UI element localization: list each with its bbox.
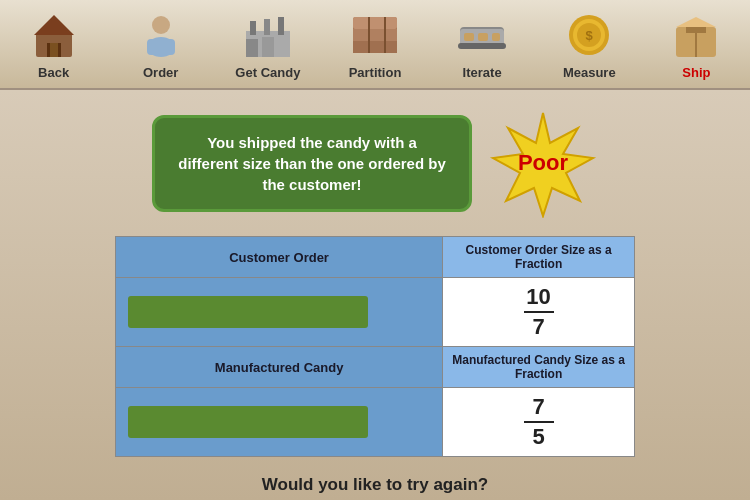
nav-get-candy-label: Get Candy	[235, 65, 300, 80]
svg-rect-12	[264, 19, 270, 35]
table-row-manufactured-candy-bar: 7 5	[116, 388, 635, 457]
manufactured-candy-label: Manufactured Candy	[116, 347, 443, 388]
table-row-manufactured-candy: Manufactured Candy Manufactured Candy Si…	[116, 347, 635, 388]
table-row-customer-order-bar: 10 7	[116, 278, 635, 347]
customer-order-fraction-line	[524, 311, 554, 313]
customer-order-denominator: 7	[532, 316, 544, 338]
poor-text: Poor	[518, 150, 568, 176]
svg-rect-24	[492, 33, 500, 41]
manufactured-candy-fraction: 7 5	[443, 388, 635, 457]
svg-rect-6	[147, 39, 175, 55]
svg-text:$: $	[586, 28, 594, 43]
nav-order-label: Order	[143, 65, 178, 80]
manufactured-candy-fraction-header: Manufactured Candy Size as a Fraction	[443, 347, 635, 388]
message-text: You shipped the candy with a different s…	[178, 134, 446, 193]
customer-order-fraction-display: 10 7	[451, 286, 626, 338]
svg-rect-10	[278, 35, 288, 57]
factory-icon	[242, 9, 294, 61]
svg-rect-9	[262, 37, 274, 57]
brick-icon	[349, 9, 401, 61]
nav-item-ship[interactable]: Ship	[643, 0, 750, 88]
house-icon	[28, 9, 80, 61]
nav-item-order[interactable]: Order	[107, 0, 214, 88]
result-table: Customer Order Customer Order Size as a …	[115, 236, 635, 457]
svg-point-4	[152, 16, 170, 34]
manufactured-candy-numerator: 7	[532, 396, 544, 418]
svg-rect-22	[464, 33, 474, 41]
top-row: You shipped the candy with a different s…	[152, 108, 598, 218]
manufactured-candy-bar	[128, 406, 368, 438]
nav-item-partition[interactable]: Partition	[321, 0, 428, 88]
svg-marker-1	[34, 15, 74, 35]
manufactured-candy-fraction-display: 7 5	[451, 396, 626, 448]
manufactured-candy-bar-cell	[116, 388, 443, 457]
customer-order-label: Customer Order	[116, 237, 443, 278]
person-icon	[135, 9, 187, 61]
nav-ship-label: Ship	[682, 65, 710, 80]
svg-rect-23	[478, 33, 488, 41]
nav-measure-label: Measure	[563, 65, 616, 80]
nav-iterate-label: Iterate	[463, 65, 502, 80]
customer-order-bar	[128, 296, 368, 328]
svg-marker-31	[676, 17, 716, 27]
svg-rect-15	[353, 17, 397, 29]
nav-item-iterate[interactable]: Iterate	[429, 0, 536, 88]
svg-rect-11	[250, 21, 256, 35]
svg-rect-25	[458, 43, 506, 49]
manufactured-candy-fraction-line	[524, 421, 554, 423]
svg-rect-16	[353, 29, 397, 41]
coin-icon: $	[563, 9, 615, 61]
nav-item-measure[interactable]: $ Measure	[536, 0, 643, 88]
nav-back-label: Back	[38, 65, 69, 80]
customer-order-bar-cell	[116, 278, 443, 347]
navbar: Back Order Get Candy	[0, 0, 750, 90]
nav-item-get-candy[interactable]: Get Candy	[214, 0, 321, 88]
table-row-customer-order: Customer Order Customer Order Size as a …	[116, 237, 635, 278]
try-again-label: Would you like to try again?	[262, 475, 488, 495]
svg-rect-17	[353, 41, 397, 53]
customer-order-numerator: 10	[526, 286, 550, 308]
svg-rect-3	[50, 43, 58, 57]
box-icon	[670, 9, 722, 61]
message-box: You shipped the candy with a different s…	[152, 115, 472, 212]
svg-rect-8	[246, 39, 258, 57]
main-content: You shipped the candy with a different s…	[0, 90, 750, 500]
customer-order-fraction-header: Customer Order Size as a Fraction	[443, 237, 635, 278]
conveyor-icon	[456, 9, 508, 61]
manufactured-candy-denominator: 5	[532, 426, 544, 448]
poor-badge: Poor	[488, 108, 598, 218]
nav-partition-label: Partition	[349, 65, 402, 80]
svg-rect-13	[278, 17, 284, 35]
nav-item-back[interactable]: Back	[0, 0, 107, 88]
customer-order-fraction: 10 7	[443, 278, 635, 347]
